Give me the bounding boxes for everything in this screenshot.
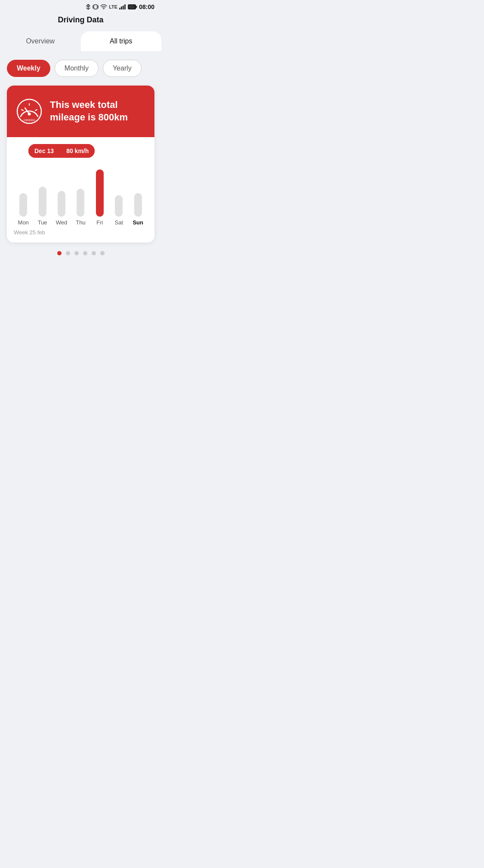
bar-label-mon: Mon — [18, 219, 29, 226]
card-header: This week total mileage is 800km — [7, 86, 154, 137]
bluetooth-icon — [86, 4, 91, 10]
tab-overview[interactable]: Overview — [0, 31, 81, 51]
bar-label-tue: Tue — [38, 219, 47, 226]
bar-col-wed[interactable]: Wed — [52, 191, 71, 226]
bar-thu — [77, 189, 84, 217]
pagination-dot-5[interactable] — [100, 251, 105, 255]
weekly-card: This week total mileage is 800km Dec 13 … — [7, 86, 154, 242]
speedometer-icon — [15, 98, 43, 125]
bar-fri — [96, 169, 104, 217]
bar-mon — [19, 193, 27, 217]
bar-sun — [134, 193, 142, 217]
bar-col-fri[interactable]: Fri — [90, 169, 109, 226]
filter-monthly[interactable]: Monthly — [55, 60, 99, 77]
bar-col-sun[interactable]: Sun — [129, 193, 148, 226]
bar-tue — [39, 187, 46, 217]
period-filters: Weekly Monthly Yearly — [7, 60, 154, 77]
content-area: Weekly Monthly Yearly — [0, 51, 161, 273]
wifi-icon — [100, 4, 107, 9]
filter-weekly[interactable]: Weekly — [7, 60, 50, 77]
battery-icon — [128, 4, 137, 9]
tooltip-speed: 80 km/h — [60, 144, 95, 158]
svg-line-14 — [35, 110, 37, 110]
signal-icon — [119, 4, 126, 9]
svg-rect-5 — [121, 6, 122, 9]
bar-label-fri: Fri — [96, 219, 103, 226]
svg-rect-7 — [124, 4, 126, 9]
bar-col-thu[interactable]: Thu — [71, 189, 90, 226]
pagination-dot-4[interactable] — [92, 251, 96, 255]
pagination — [7, 251, 154, 264]
bar-sat — [115, 195, 123, 217]
page-title: Driving Data — [0, 12, 161, 31]
vibrate-icon — [92, 4, 99, 10]
filter-yearly[interactable]: Yearly — [103, 60, 142, 77]
chart-tooltip: Dec 13 80 km/h — [28, 144, 95, 158]
status-icons: LTE 08:00 — [86, 3, 154, 10]
chart-area: Dec 13 80 km/h MonTueWedThuFriSatSun Wee… — [7, 137, 154, 242]
svg-rect-0 — [94, 5, 97, 9]
svg-rect-10 — [129, 5, 135, 9]
bar-chart: MonTueWedThuFriSatSun — [12, 166, 149, 226]
pagination-dot-0[interactable] — [57, 251, 62, 255]
svg-rect-4 — [119, 8, 120, 9]
pagination-dot-1[interactable] — [66, 251, 70, 255]
lte-label: LTE — [109, 4, 117, 9]
bar-label-thu: Thu — [76, 219, 85, 226]
bar-col-mon[interactable]: Mon — [14, 193, 33, 226]
tab-all-trips[interactable]: All trips — [81, 31, 162, 51]
bar-label-sun: Sun — [133, 219, 143, 226]
mileage-text: This week total mileage is 800km — [50, 99, 146, 123]
clock: 08:00 — [139, 3, 154, 10]
pagination-dot-2[interactable] — [74, 251, 79, 255]
svg-line-12 — [22, 110, 23, 110]
svg-point-3 — [103, 9, 104, 9]
week-label: Week 25 feb — [12, 229, 149, 236]
bar-col-tue[interactable]: Tue — [33, 187, 52, 226]
bar-col-sat[interactable]: Sat — [109, 195, 128, 226]
status-bar: LTE 08:00 — [0, 0, 161, 12]
bar-label-sat: Sat — [115, 219, 123, 226]
svg-rect-6 — [123, 6, 124, 9]
tooltip-date: Dec 13 — [28, 144, 60, 158]
bar-label-wed: Wed — [56, 219, 68, 226]
tabs-container: Overview All trips — [0, 31, 161, 51]
svg-point-16 — [28, 113, 31, 116]
bar-wed — [58, 191, 65, 217]
svg-rect-9 — [136, 6, 137, 8]
pagination-dot-3[interactable] — [83, 251, 87, 255]
